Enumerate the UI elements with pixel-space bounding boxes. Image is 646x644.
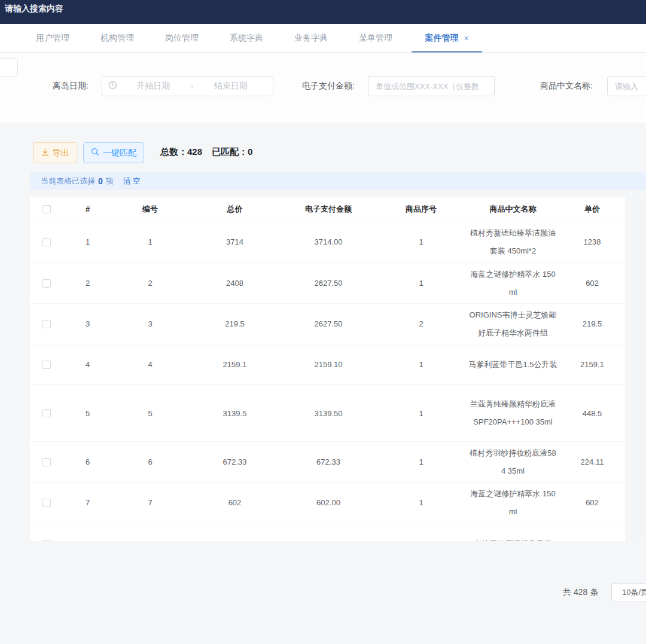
select-all-checkbox[interactable] [42, 205, 51, 213]
tab-item-active[interactable]: 案件管理 × [408, 24, 486, 53]
cell-index: 4 [63, 344, 112, 384]
cell-name: 植村秀新琥珀臻萃洁颜油套装 450ml*2 [467, 221, 559, 263]
cell-total: 602 [188, 483, 281, 523]
download-icon [41, 148, 49, 158]
tab-item[interactable]: 岗位管理 [150, 24, 214, 53]
row-checkbox[interactable] [42, 238, 51, 246]
app-screen: 请输入搜索内容 用户管理 机构管理 岗位管理 系统字典 业务字典 菜单管理 案件… [0, 0, 646, 644]
cell-seq: 1 [376, 263, 467, 303]
tab-item[interactable]: 菜单管理 [343, 24, 408, 53]
row-checkbox[interactable] [42, 540, 51, 542]
date-filter-label: 离岛日期: [53, 81, 89, 91]
column-header: 编号 [112, 197, 188, 221]
tab-label: 业务字典 [294, 33, 328, 44]
table-row: 442159.12159.101马爹利蓝带干邑1.5公升装2159.1 [30, 344, 646, 385]
cell-total: 3139.5 [188, 385, 281, 441]
selection-prefix: 当前表格已选择 [41, 176, 95, 187]
product-name-text: 海蓝之谜修护精萃水 150ml [468, 485, 558, 521]
row-checkbox[interactable] [42, 361, 51, 369]
row-checkbox-cell [30, 221, 63, 263]
cell-seq: 1 [376, 344, 467, 384]
selection-info-bar: 当前表格已选择 0 项 清空 [30, 172, 646, 190]
cell-payment: 602.00 [281, 483, 376, 523]
row-checkbox[interactable] [42, 279, 51, 288]
product-name-filter-label: 商品中文名称: [540, 81, 593, 91]
row-checkbox-cell [30, 385, 63, 441]
product-name-text: 海蓝之谜修护精萃水 150ml [468, 265, 558, 301]
product-name-input[interactable] [607, 76, 646, 96]
date-range-separator: - [190, 81, 195, 91]
tab-label: 用户管理 [36, 33, 69, 44]
cell-code: 1 [112, 221, 188, 263]
top-header-bar: 请输入搜索内容 [0, 0, 646, 24]
pagination-total: 共 428 条 [563, 587, 598, 598]
cell-index: 8 [63, 523, 112, 541]
tab-label: 系统字典 [230, 33, 263, 44]
cell-code: 3 [112, 304, 188, 344]
cell-seq: 2 [376, 304, 467, 344]
cell-seq: 1 [376, 523, 467, 541]
row-checkbox[interactable] [42, 499, 51, 507]
column-header: 单价 [559, 197, 625, 221]
match-stats: 总数：428已匹配：0 [160, 146, 252, 158]
table-header-row: #编号总价电子支付金额商品序号商品中文名称单价 [30, 197, 646, 221]
matched-value: 0 [248, 146, 252, 157]
end-date-placeholder[interactable]: 结束日期 [194, 81, 267, 91]
cell-payment: 2627.50 [281, 263, 376, 303]
row-checkbox[interactable] [42, 320, 51, 328]
column-header: 电子支付金额 [281, 197, 376, 221]
cell-index: 5 [63, 385, 112, 441]
cell-name: 植村秀羽纱持妆粉底液584 35ml [467, 442, 559, 482]
tab-item[interactable]: 用户管理 [20, 24, 85, 53]
cell-name: 马爹利蓝带干邑1.5公升装 [467, 344, 559, 384]
tab-item[interactable]: 业务字典 [279, 24, 343, 53]
export-button[interactable]: 导出 [33, 142, 77, 163]
cell-payment: 2627.50 [281, 304, 376, 344]
match-button-label: 一键匹配 [103, 148, 136, 158]
cell-index: 2 [63, 263, 112, 303]
cell-seq: 1 [376, 385, 467, 441]
cell-code: 2 [112, 263, 188, 303]
cell-code: 4 [112, 344, 188, 384]
column-header: 总价 [188, 197, 281, 221]
row-checkbox-cell [30, 523, 63, 541]
table-row: 77602602.001海蓝之谜修护精萃水 150ml602 [30, 483, 646, 523]
row-checkbox[interactable] [42, 409, 51, 417]
tab-item[interactable]: 系统字典 [214, 24, 279, 53]
row-checkbox[interactable] [42, 458, 51, 466]
payment-filter-label: 电子支付金额: [302, 81, 355, 91]
tab-item[interactable]: 机构管理 [85, 24, 150, 53]
cell-name: 兰蔻菁纯臻颜精华粉底液SPF20PA+++100 35ml [467, 385, 559, 441]
one-click-match-button[interactable]: 一键匹配 [83, 142, 144, 163]
tab-label: 岗位管理 [165, 33, 199, 44]
global-search-input[interactable]: 请输入搜索内容 [5, 4, 63, 14]
tab-close-icon[interactable]: × [464, 33, 468, 43]
product-name-text: 植村秀羽纱持妆粉底液584 35ml [468, 444, 558, 480]
cell-total: 1988.48 [188, 523, 281, 541]
matched-label: 已匹配： [212, 146, 248, 157]
clock-icon [108, 81, 117, 92]
cell-total: 2159.1 [188, 344, 281, 384]
cell-name: 海蓝之谜修护精萃水 150ml [467, 263, 559, 303]
page-size-select[interactable]: 10条/页 [611, 583, 646, 602]
row-checkbox-cell [30, 304, 63, 344]
cell-unit: 1238 [559, 221, 625, 263]
search-icon [91, 148, 99, 158]
cell-code: 7 [112, 483, 188, 523]
cell-payment: 2159.10 [281, 344, 376, 384]
date-range-picker[interactable]: 开始日期 - 结束日期 [102, 76, 273, 96]
table-row: 2224082627.501海蓝之谜修护精萃水 150ml602 [30, 263, 646, 304]
cell-unit: 219.5 [559, 304, 625, 344]
payment-amount-input[interactable] [368, 76, 495, 96]
cell-unit: 602 [559, 263, 625, 303]
cell-seq: 1 [376, 442, 467, 482]
cell-seq: 1 [376, 483, 467, 523]
clear-selection-link[interactable]: 清空 [123, 176, 142, 187]
selection-count: 0 [98, 176, 103, 186]
start-date-placeholder[interactable]: 开始日期 [117, 81, 190, 91]
product-name-text: 兰蔻菁纯臻颜精华粉底液SPF20PA+++100 35ml [468, 395, 558, 431]
tab-bar: 用户管理 机构管理 岗位管理 系统字典 业务字典 菜单管理 案件管理 × [0, 24, 646, 53]
cell-total: 3714 [188, 221, 281, 263]
column-header: 商品序号 [376, 197, 467, 221]
cell-payment: 3139.50 [281, 385, 376, 441]
